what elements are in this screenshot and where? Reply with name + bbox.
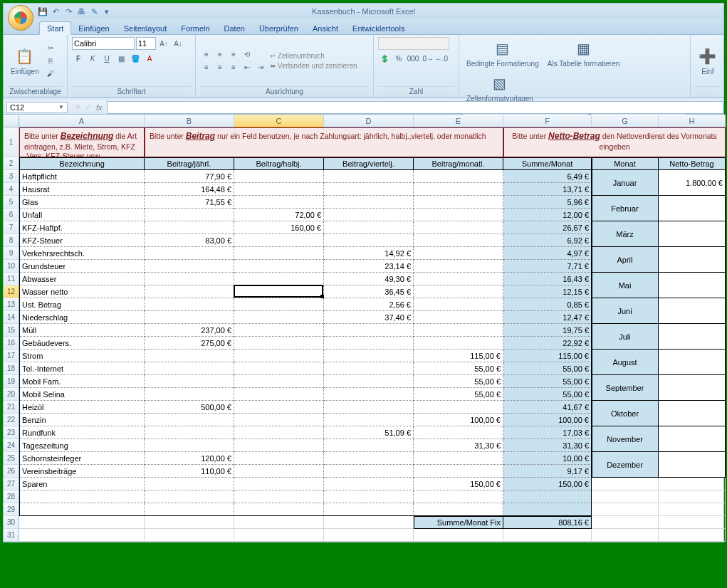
cell-A16[interactable]: Gebäudevers. xyxy=(19,337,145,350)
netto-märz[interactable] xyxy=(659,221,726,247)
cond-format-button[interactable]: ▤Bedingte Formatierung xyxy=(464,37,542,69)
cell-G27[interactable] xyxy=(592,478,659,490)
col-header-G[interactable]: G xyxy=(592,115,659,127)
cell-E28[interactable] xyxy=(414,490,503,503)
cell-D23[interactable]: 51,09 € xyxy=(324,426,414,439)
row-header-27[interactable]: 27 xyxy=(4,478,19,490)
cell-E13[interactable] xyxy=(414,298,503,311)
cell-A14[interactable]: Niederschlag xyxy=(19,311,145,324)
cell-G30[interactable] xyxy=(592,516,659,529)
cell-A7[interactable]: KFZ-Haftpf. xyxy=(19,221,145,234)
cell-C13[interactable] xyxy=(234,298,324,311)
qat-undo-icon[interactable]: ↶ xyxy=(51,6,61,16)
cell-F27[interactable]: 150,00 € xyxy=(503,478,592,490)
cell-C9[interactable] xyxy=(234,247,324,260)
cell-A9[interactable]: Verkehrsrechtsch. xyxy=(19,247,145,260)
row-header-24[interactable]: 24 xyxy=(4,439,19,452)
cell-E20[interactable]: 55,00 € xyxy=(414,388,503,401)
qat-print-icon[interactable]: 🖶 xyxy=(76,6,86,16)
cell-A10[interactable]: Grundsteuer xyxy=(19,260,145,273)
cell-F22[interactable]: 100,00 € xyxy=(503,414,592,426)
cell-B26[interactable]: 110,00 € xyxy=(145,465,234,478)
tab-entwicklertools[interactable]: Entwicklertools xyxy=(345,22,412,34)
cell-D8[interactable] xyxy=(324,234,414,247)
indent-dec-icon[interactable]: ⇤ xyxy=(241,62,253,73)
cell-A17[interactable]: Strom xyxy=(19,350,145,362)
cell-C29[interactable] xyxy=(234,503,324,516)
month-november[interactable]: November xyxy=(592,426,659,452)
cell-D10[interactable]: 23,14 € xyxy=(324,260,414,273)
cell-D4[interactable] xyxy=(324,183,414,196)
cell-D16[interactable] xyxy=(324,337,414,350)
enter-formula-icon[interactable]: ✓ xyxy=(85,103,92,112)
italic-button[interactable]: K xyxy=(86,53,99,64)
cell-B18[interactable] xyxy=(145,362,234,375)
qat-save-icon[interactable]: 💾 xyxy=(38,6,48,16)
cell-C30[interactable] xyxy=(234,516,324,529)
cell-A3[interactable]: Haftpflicht xyxy=(19,170,145,183)
cell-H28[interactable] xyxy=(659,490,726,503)
cell-H29[interactable] xyxy=(659,503,726,516)
cell-B29[interactable] xyxy=(145,503,234,516)
cell-E8[interactable] xyxy=(414,234,503,247)
cell-D14[interactable]: 37,40 € xyxy=(324,311,414,324)
cell-D6[interactable] xyxy=(324,209,414,221)
cell-F8[interactable]: 6,92 € xyxy=(503,234,592,247)
comma-icon[interactable]: 000 xyxy=(407,53,419,64)
cell-B22[interactable] xyxy=(145,414,234,426)
netto-august[interactable] xyxy=(659,350,726,375)
align-right-icon[interactable]: ≡ xyxy=(227,62,240,73)
cell-E5[interactable] xyxy=(414,196,503,209)
cell-C28[interactable] xyxy=(234,490,324,503)
cell-A19[interactable]: Mobil Fam. xyxy=(19,375,145,388)
cell-E15[interactable] xyxy=(414,324,503,337)
cell-F12[interactable]: 12,15 € xyxy=(503,285,592,298)
month-dezember[interactable]: Dezember xyxy=(592,452,659,478)
cell-C6[interactable]: 72,00 € xyxy=(234,209,324,221)
cell-E26[interactable] xyxy=(414,465,503,478)
cell-D15[interactable] xyxy=(324,324,414,337)
cell-F7[interactable]: 26,67 € xyxy=(503,221,592,234)
cell-D12[interactable]: 36,45 € xyxy=(324,285,414,298)
cell-A15[interactable]: Müll xyxy=(19,324,145,337)
cell-D22[interactable] xyxy=(324,414,414,426)
row-header-7[interactable]: 7 xyxy=(4,221,19,234)
cell-F21[interactable]: 41,67 € xyxy=(503,401,592,414)
cell-A25[interactable]: Schornsteinfeger xyxy=(19,452,145,465)
cell-E12[interactable] xyxy=(414,285,503,298)
netto-juni[interactable] xyxy=(659,298,726,324)
cell-E22[interactable]: 100,00 € xyxy=(414,414,503,426)
cell-G31[interactable] xyxy=(592,529,659,542)
header-f[interactable]: Summe/Monat xyxy=(503,157,592,170)
month-februar[interactable]: Februar xyxy=(592,196,659,221)
row-header-3[interactable]: 3 xyxy=(4,170,19,183)
tab-überprüfen[interactable]: Überprüfen xyxy=(252,22,305,34)
cell-F18[interactable]: 55,00 € xyxy=(503,362,592,375)
tab-ansicht[interactable]: Ansicht xyxy=(305,22,345,34)
netto-april[interactable] xyxy=(659,247,726,273)
header-a[interactable]: Bezeichnung xyxy=(19,157,145,170)
cell-C20[interactable] xyxy=(234,388,324,401)
underline-button[interactable]: U xyxy=(100,53,113,64)
cell-E17[interactable]: 115,00 € xyxy=(414,350,503,362)
row-header-19[interactable]: 19 xyxy=(4,375,19,388)
cell-E24[interactable]: 31,30 € xyxy=(414,439,503,452)
row-header-21[interactable]: 21 xyxy=(4,401,19,414)
cell-D28[interactable] xyxy=(324,490,414,503)
cell-D31[interactable] xyxy=(324,529,414,542)
cell-A13[interactable]: Ust. Betrag xyxy=(19,298,145,311)
increase-font-icon[interactable]: A↑ xyxy=(157,38,170,49)
wrap-text-button[interactable]: ↵ Zeilenumbruch xyxy=(270,52,357,60)
month-januar[interactable]: Januar xyxy=(592,170,659,196)
cell-A11[interactable]: Abwasser xyxy=(19,273,145,285)
row-header-10[interactable]: 10 xyxy=(4,260,19,273)
fx-icon[interactable]: fx xyxy=(96,103,103,112)
cancel-formula-icon[interactable]: ✕ xyxy=(75,103,81,112)
cell-C17[interactable] xyxy=(234,350,324,362)
col-header-D[interactable]: D xyxy=(324,115,414,127)
align-center-icon[interactable]: ≡ xyxy=(214,62,226,73)
netto-mai[interactable] xyxy=(659,273,726,298)
cell-E6[interactable] xyxy=(414,209,503,221)
cell-F6[interactable]: 12,00 € xyxy=(503,209,592,221)
cell-D24[interactable] xyxy=(324,439,414,452)
